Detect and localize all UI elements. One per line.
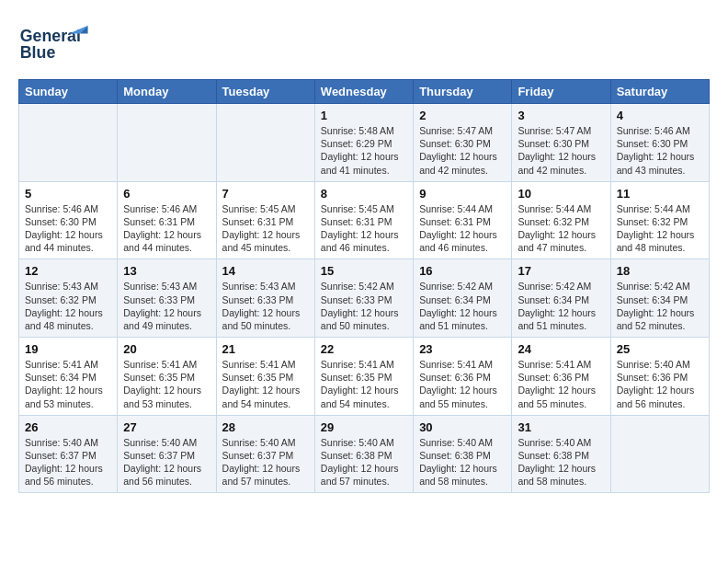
calendar-week-5: 26Sunrise: 5:40 AMSunset: 6:37 PMDayligh… — [19, 415, 710, 493]
cell-details: Sunrise: 5:48 AMSunset: 6:29 PMDaylight:… — [321, 124, 407, 177]
calendar-cell: 9Sunrise: 5:44 AMSunset: 6:31 PMDaylight… — [414, 181, 512, 259]
calendar-cell: 18Sunrise: 5:42 AMSunset: 6:34 PMDayligh… — [610, 259, 709, 338]
svg-text:Blue: Blue — [20, 43, 56, 62]
day-number: 31 — [518, 420, 604, 434]
col-header-wednesday: Wednesday — [314, 80, 413, 104]
day-number: 24 — [518, 342, 604, 356]
cell-details: Sunrise: 5:40 AMSunset: 6:38 PMDaylight:… — [518, 436, 604, 488]
cell-details: Sunrise: 5:47 AMSunset: 6:30 PMDaylight:… — [518, 124, 604, 177]
calendar-cell — [216, 104, 314, 182]
day-number: 10 — [518, 187, 604, 201]
calendar-cell — [19, 104, 118, 182]
calendar-cell: 6Sunrise: 5:46 AMSunset: 6:31 PMDaylight… — [118, 181, 216, 259]
cell-details: Sunrise: 5:42 AMSunset: 6:34 PMDaylight:… — [617, 280, 703, 332]
calendar-cell: 11Sunrise: 5:44 AMSunset: 6:32 PMDayligh… — [610, 181, 709, 259]
day-number: 3 — [518, 109, 604, 122]
day-number: 14 — [222, 264, 309, 278]
cell-details: Sunrise: 5:41 AMSunset: 6:35 PMDaylight:… — [321, 358, 407, 410]
calendar-cell: 12Sunrise: 5:43 AMSunset: 6:32 PMDayligh… — [19, 259, 118, 338]
calendar-cell: 29Sunrise: 5:40 AMSunset: 6:38 PMDayligh… — [314, 415, 413, 493]
day-number: 18 — [617, 264, 703, 278]
calendar-cell: 20Sunrise: 5:41 AMSunset: 6:35 PMDayligh… — [118, 338, 216, 416]
cell-details: Sunrise: 5:46 AMSunset: 6:30 PMDaylight:… — [617, 124, 703, 177]
calendar-cell — [610, 415, 709, 493]
cell-details: Sunrise: 5:40 AMSunset: 6:37 PMDaylight:… — [25, 436, 111, 488]
logo: General Blue — [18, 18, 92, 64]
cell-details: Sunrise: 5:45 AMSunset: 6:31 PMDaylight:… — [222, 202, 309, 255]
calendar-table: SundayMondayTuesdayWednesdayThursdayFrid… — [18, 79, 710, 493]
calendar-cell: 15Sunrise: 5:42 AMSunset: 6:33 PMDayligh… — [314, 259, 413, 338]
cell-details: Sunrise: 5:45 AMSunset: 6:31 PMDaylight:… — [321, 202, 407, 255]
cell-details: Sunrise: 5:41 AMSunset: 6:35 PMDaylight:… — [222, 358, 309, 410]
calendar-cell: 26Sunrise: 5:40 AMSunset: 6:37 PMDayligh… — [19, 415, 118, 493]
calendar-cell: 13Sunrise: 5:43 AMSunset: 6:33 PMDayligh… — [118, 259, 216, 338]
calendar-cell: 10Sunrise: 5:44 AMSunset: 6:32 PMDayligh… — [512, 181, 610, 259]
day-number: 29 — [321, 420, 407, 434]
day-number: 25 — [617, 342, 703, 356]
day-number: 2 — [419, 109, 506, 122]
calendar-cell: 7Sunrise: 5:45 AMSunset: 6:31 PMDaylight… — [216, 181, 314, 259]
day-number: 28 — [222, 420, 309, 434]
day-number: 1 — [321, 109, 407, 122]
cell-details: Sunrise: 5:42 AMSunset: 6:34 PMDaylight:… — [419, 280, 506, 332]
logo-svg: General Blue — [18, 18, 92, 64]
calendar-week-1: 1Sunrise: 5:48 AMSunset: 6:29 PMDaylight… — [19, 104, 710, 182]
cell-details: Sunrise: 5:44 AMSunset: 6:32 PMDaylight:… — [617, 202, 703, 255]
calendar-cell: 28Sunrise: 5:40 AMSunset: 6:37 PMDayligh… — [216, 415, 314, 493]
day-number: 26 — [25, 420, 111, 434]
cell-details: Sunrise: 5:40 AMSunset: 6:38 PMDaylight:… — [321, 436, 407, 488]
cell-details: Sunrise: 5:43 AMSunset: 6:32 PMDaylight:… — [25, 280, 111, 332]
cell-details: Sunrise: 5:41 AMSunset: 6:34 PMDaylight:… — [25, 358, 111, 410]
day-number: 23 — [419, 342, 506, 356]
calendar-cell: 31Sunrise: 5:40 AMSunset: 6:38 PMDayligh… — [512, 415, 610, 493]
day-number: 9 — [419, 187, 506, 201]
day-number: 19 — [25, 342, 111, 356]
calendar-cell: 14Sunrise: 5:43 AMSunset: 6:33 PMDayligh… — [216, 259, 314, 338]
day-number: 22 — [321, 342, 407, 356]
calendar-cell: 23Sunrise: 5:41 AMSunset: 6:36 PMDayligh… — [414, 338, 512, 416]
calendar-cell: 8Sunrise: 5:45 AMSunset: 6:31 PMDaylight… — [314, 181, 413, 259]
page: General Blue SundayMondayTuesdayWednesda… — [0, 0, 728, 502]
cell-details: Sunrise: 5:46 AMSunset: 6:30 PMDaylight:… — [25, 202, 111, 255]
calendar-cell: 1Sunrise: 5:48 AMSunset: 6:29 PMDaylight… — [314, 104, 413, 182]
col-header-sunday: Sunday — [19, 80, 118, 104]
calendar-cell: 27Sunrise: 5:40 AMSunset: 6:37 PMDayligh… — [118, 415, 216, 493]
col-header-monday: Monday — [118, 80, 216, 104]
cell-details: Sunrise: 5:40 AMSunset: 6:37 PMDaylight:… — [123, 436, 210, 488]
cell-details: Sunrise: 5:44 AMSunset: 6:31 PMDaylight:… — [419, 202, 506, 255]
cell-details: Sunrise: 5:41 AMSunset: 6:36 PMDaylight:… — [419, 358, 506, 410]
cell-details: Sunrise: 5:41 AMSunset: 6:36 PMDaylight:… — [518, 358, 604, 410]
day-number: 11 — [617, 187, 703, 201]
calendar-cell: 4Sunrise: 5:46 AMSunset: 6:30 PMDaylight… — [610, 104, 709, 182]
header: General Blue — [18, 18, 710, 64]
cell-details: Sunrise: 5:43 AMSunset: 6:33 PMDaylight:… — [123, 280, 210, 332]
day-number: 16 — [419, 264, 506, 278]
calendar-week-3: 12Sunrise: 5:43 AMSunset: 6:32 PMDayligh… — [19, 259, 710, 338]
calendar-cell: 30Sunrise: 5:40 AMSunset: 6:38 PMDayligh… — [414, 415, 512, 493]
day-number: 15 — [321, 264, 407, 278]
day-number: 4 — [617, 109, 703, 122]
cell-details: Sunrise: 5:40 AMSunset: 6:36 PMDaylight:… — [617, 358, 703, 410]
cell-details: Sunrise: 5:47 AMSunset: 6:30 PMDaylight:… — [419, 124, 506, 177]
calendar-cell: 17Sunrise: 5:42 AMSunset: 6:34 PMDayligh… — [512, 259, 610, 338]
day-number: 5 — [25, 187, 111, 201]
col-header-thursday: Thursday — [414, 80, 512, 104]
day-number: 8 — [321, 187, 407, 201]
calendar-cell: 3Sunrise: 5:47 AMSunset: 6:30 PMDaylight… — [512, 104, 610, 182]
day-number: 13 — [123, 264, 210, 278]
cell-details: Sunrise: 5:40 AMSunset: 6:38 PMDaylight:… — [419, 436, 506, 488]
calendar-cell: 24Sunrise: 5:41 AMSunset: 6:36 PMDayligh… — [512, 338, 610, 416]
day-number: 27 — [123, 420, 210, 434]
calendar-cell: 19Sunrise: 5:41 AMSunset: 6:34 PMDayligh… — [19, 338, 118, 416]
day-number: 20 — [123, 342, 210, 356]
day-number: 21 — [222, 342, 309, 356]
day-number: 30 — [419, 420, 506, 434]
col-header-saturday: Saturday — [610, 80, 709, 104]
day-number: 7 — [222, 187, 309, 201]
cell-details: Sunrise: 5:42 AMSunset: 6:34 PMDaylight:… — [518, 280, 604, 332]
cell-details: Sunrise: 5:43 AMSunset: 6:33 PMDaylight:… — [222, 280, 309, 332]
day-number: 6 — [123, 187, 210, 201]
cell-details: Sunrise: 5:41 AMSunset: 6:35 PMDaylight:… — [123, 358, 210, 410]
calendar-cell: 2Sunrise: 5:47 AMSunset: 6:30 PMDaylight… — [414, 104, 512, 182]
calendar-cell: 22Sunrise: 5:41 AMSunset: 6:35 PMDayligh… — [314, 338, 413, 416]
